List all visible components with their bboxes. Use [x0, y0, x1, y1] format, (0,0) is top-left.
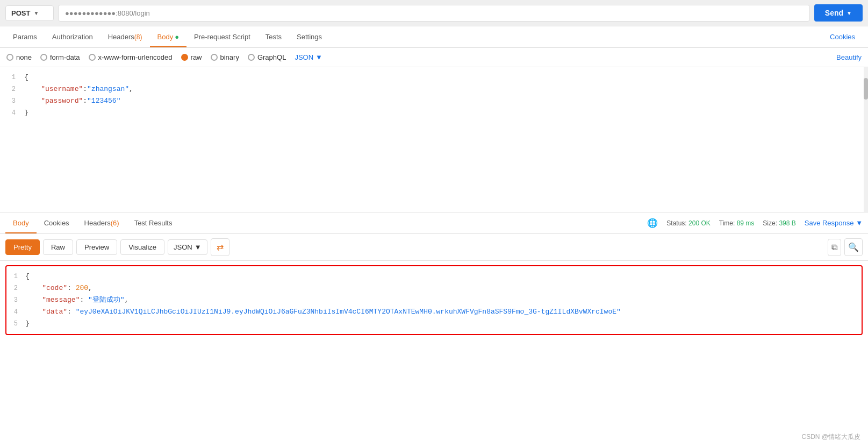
resp-body-line-3: 3 "message": "登陆成功",: [6, 294, 862, 306]
resp-tab-testresults[interactable]: Test Results: [127, 212, 180, 233]
tab-settings[interactable]: Settings: [289, 26, 329, 47]
size-label: Size: 398 B: [763, 219, 795, 227]
json-format-dropdown[interactable]: JSON ▼: [295, 53, 322, 61]
globe-icon: 🌐: [647, 218, 658, 228]
editor-scrollbar: [864, 67, 868, 212]
send-chevron: ▼: [847, 10, 852, 16]
radio-none: [6, 54, 13, 61]
body-types-bar: none form-data x-www-form-urlencoded raw…: [0, 48, 868, 67]
view-visualize-button[interactable]: Visualize: [120, 239, 164, 255]
tab-body[interactable]: Body●: [150, 26, 187, 47]
time-label: Time: 89 ms: [719, 219, 755, 227]
body-type-binary[interactable]: binary: [211, 53, 239, 61]
request-tab-bar: Params Authorization Headers(8) Body● Pr…: [0, 26, 868, 48]
radio-urlencoded: [89, 54, 96, 61]
response-body-code: 1 { 2 "code": 200, 3 "message": "登陆成功", …: [5, 265, 863, 335]
request-code-lines: 1 { 2 "username":"zhangsan", 3 "password…: [0, 67, 868, 123]
tab-tests[interactable]: Tests: [258, 26, 289, 47]
body-type-graphql[interactable]: GraphQL: [248, 53, 286, 61]
resp-body-line-5: 5 }: [6, 318, 862, 330]
send-button[interactable]: Send ▼: [814, 4, 863, 22]
response-status-bar: 🌐 Status: 200 OK Time: 89 ms Size: 398 B…: [647, 218, 863, 228]
copy-button[interactable]: ⧉: [828, 239, 841, 256]
radio-formdata: [40, 54, 47, 61]
body-type-raw[interactable]: raw: [181, 53, 202, 61]
status-label: Status: 200 OK: [666, 219, 710, 227]
body-dot: ●: [175, 33, 179, 41]
radio-graphql: [248, 54, 255, 61]
send-label: Send: [825, 9, 843, 17]
method-select[interactable]: POST ▼: [5, 5, 54, 21]
response-section: Body Cookies Headers(6) Test Results 🌐 S…: [0, 212, 868, 335]
format-chevron: ▼: [195, 243, 202, 251]
body-type-none[interactable]: none: [6, 53, 32, 61]
req-line-4: 4 }: [0, 107, 868, 119]
resp-body-line-4: 4 "data": "eyJ0eXAiOiJKV1QiLCJhbGciOiJIU…: [6, 306, 862, 318]
resp-tab-cookies[interactable]: Cookies: [37, 212, 77, 233]
req-line-1: 1 {: [0, 72, 868, 83]
response-toolbar: Pretty Raw Preview Visualize JSON ▼ ⇄ ⧉ …: [0, 234, 868, 261]
save-response-button[interactable]: Save Response ▼: [805, 219, 863, 227]
resp-body-line-2: 2 "code": 200,: [6, 282, 862, 294]
response-format-dropdown[interactable]: JSON ▼: [168, 239, 207, 255]
resp-body-line-1: 1 {: [6, 271, 862, 282]
radio-binary: [211, 54, 218, 61]
tab-authorization[interactable]: Authorization: [45, 26, 101, 47]
top-bar: POST ▼ Send ▼: [0, 0, 868, 26]
req-line-2: 2 "username":"zhangsan",: [0, 83, 868, 95]
search-button[interactable]: 🔍: [844, 238, 863, 256]
body-type-urlencoded[interactable]: x-www-form-urlencoded: [89, 53, 173, 61]
cookies-link[interactable]: Cookies: [822, 26, 863, 47]
editor-scrollbar-thumb: [864, 78, 868, 100]
tab-params[interactable]: Params: [5, 26, 45, 47]
view-raw-button[interactable]: Raw: [43, 239, 73, 255]
method-chevron: ▼: [33, 10, 39, 16]
body-type-formdata[interactable]: form-data: [40, 53, 80, 61]
method-label: POST: [11, 9, 30, 17]
response-tab-bar: Body Cookies Headers(6) Test Results 🌐 S…: [0, 212, 868, 234]
url-input[interactable]: [58, 5, 810, 22]
tab-headers[interactable]: Headers(8): [101, 26, 150, 47]
req-line-3: 3 "password":"123456": [0, 95, 868, 107]
view-pretty-button[interactable]: Pretty: [5, 239, 40, 255]
tab-prerequest[interactable]: Pre-request Script: [186, 26, 258, 47]
resp-tab-body[interactable]: Body: [5, 212, 37, 233]
json-chevron: ▼: [315, 53, 322, 61]
radio-raw: [181, 54, 188, 61]
beautify-button[interactable]: Beautify: [836, 53, 862, 61]
request-body-editor[interactable]: 1 { 2 "username":"zhangsan", 3 "password…: [0, 67, 868, 212]
resp-tab-headers[interactable]: Headers(6): [77, 212, 127, 233]
wrap-button[interactable]: ⇄: [211, 238, 229, 256]
view-preview-button[interactable]: Preview: [76, 239, 117, 255]
